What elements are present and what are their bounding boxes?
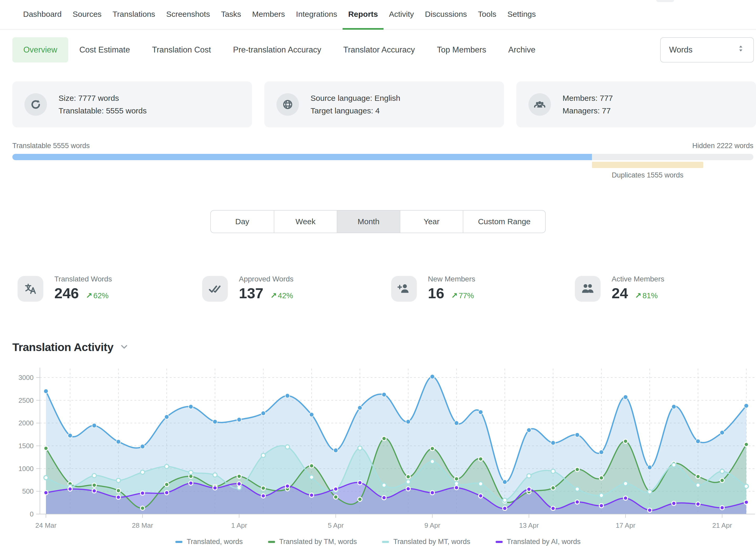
svg-text:1500: 1500 [18,442,34,450]
stat-active-members: Active Members24↗81% [575,274,664,302]
stat-value: 246 [54,286,79,301]
nav-item-integrations[interactable]: Integrations [291,0,343,30]
range-tab-custom-range[interactable]: Custom Range [463,211,545,233]
stat-label: Active Members [612,275,664,283]
nav-item-reports[interactable]: Reports [343,0,383,30]
stat-label: New Members [428,275,475,283]
svg-text:1000: 1000 [18,465,34,473]
trend-up-icon: ↗ [451,291,458,300]
words-progress-bar [12,154,753,160]
subnav-item-translator-accuracy[interactable]: Translator Accuracy [332,37,426,62]
stat-value: 24 [612,286,628,301]
range-tab-week[interactable]: Week [274,211,337,233]
legend-marker [175,541,182,543]
card-line: Size: 7777 words [59,94,147,103]
double-check-icon [202,276,228,302]
summary-card-2: Members: 777Managers: 77 [516,81,756,127]
translatable-label: Translatable 5555 words [12,142,90,150]
card-line: Translatable: 5555 words [59,106,147,115]
subnav-item-translation-cost[interactable]: Translation Cost [141,37,222,62]
subnav-item-top-members[interactable]: Top Members [426,37,497,62]
stat-value: 137 [239,286,263,301]
nav-item-tools[interactable]: Tools [473,0,502,30]
chevron-down-icon[interactable] [119,342,129,353]
date-range-tabs: DayWeekMonthYearCustom Range [210,210,546,233]
trend-up-icon: ↗ [270,291,277,300]
svg-text:3000: 3000 [18,374,34,381]
section-title: Translation Activity [12,341,113,354]
stat-value: 16 [428,286,444,301]
range-tab-day[interactable]: Day [211,211,274,233]
translatable-progress-fill [12,154,592,160]
svg-text:24 Mar: 24 Mar [35,521,57,529]
svg-text:2500: 2500 [18,396,34,404]
stat-approved-words: Approved Words137↗42% [202,274,293,302]
svg-text:9 Apr: 9 Apr [424,521,440,529]
translation-activity-chart: 05001000150020002500300024 Mar28 Mar1 Ap… [0,365,756,538]
card-line: Source language: English [311,94,400,103]
range-tab-year[interactable]: Year [400,211,463,233]
legend-label: Translated, words [187,538,243,546]
legend-item-translated-by-ai-words[interactable]: Translated by AI, words [496,538,581,546]
summary-cards: Size: 7777 wordsTranslatable: 5555 words… [0,81,756,127]
svg-text:2000: 2000 [18,419,34,427]
nav-item-settings[interactable]: Settings [502,0,541,30]
subnav-item-cost-estimate[interactable]: Cost Estimate [68,37,141,62]
nav-item-tasks[interactable]: Tasks [216,0,247,30]
svg-text:17 Apr: 17 Apr [616,521,636,529]
members-icon [528,93,551,116]
card-line: Members: 777 [563,94,613,103]
nav-item-members[interactable]: Members [247,0,291,30]
trend-up-icon: ↗ [635,291,641,300]
duplicates-bar [592,162,703,168]
stat-label: Translated Words [54,275,112,283]
subnav-item-overview[interactable]: Overview [12,37,68,62]
stat-label: Approved Words [239,275,293,283]
legend-marker [382,541,389,543]
svg-text:13 Apr: 13 Apr [519,521,539,529]
top-navigation: DashboardSourcesTranslationsScreenshotsT… [0,0,756,30]
nav-item-sources[interactable]: Sources [67,0,107,30]
stat-delta: ↗77% [451,291,474,300]
stats-row: Translated Words246↗62%Approved Words137… [0,274,756,311]
legend-item-translated-by-tm-words[interactable]: Translated by TM, words [268,538,357,546]
svg-text:0: 0 [30,510,34,518]
nav-item-discussions[interactable]: Discussions [419,0,473,30]
svg-text:28 Mar: 28 Mar [132,521,153,529]
chart-legend: Translated, wordsTranslated by TM, words… [0,538,756,546]
stat-delta: ↗62% [86,291,108,300]
summary-card-1: Source language: EnglishTarget languages… [264,81,504,127]
nav-item-screenshots[interactable]: Screenshots [161,0,216,30]
card-line: Target languages: 4 [311,106,400,115]
legend-item-translated-words[interactable]: Translated, words [175,538,243,546]
duplicates-label: Duplicates 1555 words [612,171,683,179]
subnav-item-pre-translation-accuracy[interactable]: Pre-translation Accuracy [222,37,332,62]
svg-text:500: 500 [22,487,34,495]
nav-item-dashboard[interactable]: Dashboard [18,0,67,30]
legend-item-translated-by-mt-words[interactable]: Translated by MT, words [382,538,470,546]
nav-item-translations[interactable]: Translations [107,0,161,30]
stat-delta: ↗81% [635,291,658,300]
unit-select[interactable]: Words [660,37,754,62]
trend-up-icon: ↗ [86,291,92,300]
globe-icon [276,93,299,116]
stat-new-members: New Members16↗77% [391,274,475,302]
stat-translated-words: Translated Words246↗62% [18,274,112,302]
hidden-label: Hidden 2222 words [692,142,753,150]
svg-text:5 Apr: 5 Apr [328,521,344,529]
reports-page: DashboardSourcesTranslationsScreenshotsT… [0,0,756,549]
select-arrows-icon [736,44,746,56]
legend-marker [268,541,275,543]
svg-text:1 Apr: 1 Apr [231,521,247,529]
stat-delta: ↗42% [270,291,293,300]
sync-icon [24,93,47,116]
legend-label: Translated by AI, words [507,538,581,546]
legend-label: Translated by TM, words [279,538,357,546]
range-tab-month[interactable]: Month [337,211,400,233]
reports-subnav: OverviewCost EstimateTranslation CostPre… [12,37,547,62]
card-line: Managers: 77 [563,106,613,115]
subnav-item-archive[interactable]: Archive [497,37,546,62]
nav-item-activity[interactable]: Activity [384,0,419,30]
unit-select-value: Words [669,45,692,55]
legend-label: Translated by MT, words [393,538,470,546]
